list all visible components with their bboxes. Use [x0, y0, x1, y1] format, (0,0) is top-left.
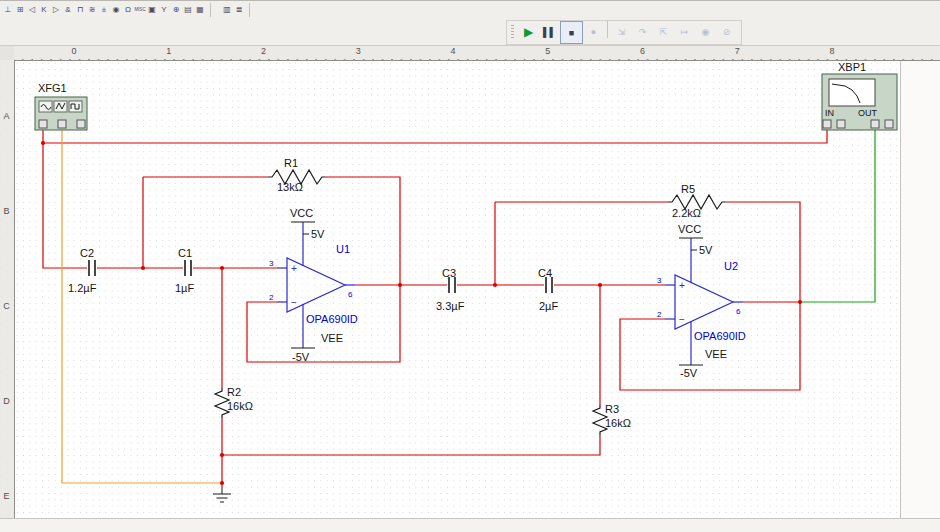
- toolbar-grip[interactable]: [511, 25, 514, 40]
- toolbar-icon-place-cmos[interactable]: ⊓: [74, 3, 86, 17]
- toolbar-icon-place-ni-component[interactable]: ▤: [182, 3, 194, 17]
- toolbar-icon-place-transistor[interactable]: K: [38, 3, 50, 17]
- toolbar-icon-place-mixed[interactable]: ±: [98, 3, 110, 17]
- place-toolbar-group2: ▥≣: [221, 3, 245, 17]
- sim-button-run-to-cursor[interactable]: ↦: [674, 21, 695, 42]
- toolbar-icon-place-bus[interactable]: ≣: [233, 3, 245, 17]
- toolbar-separator: [210, 3, 218, 17]
- ruler-number: 0: [68, 46, 80, 56]
- sim-button-pause[interactable]: ▌▌: [539, 21, 560, 42]
- ruler-letter: B: [0, 206, 13, 216]
- toolbar-edge: [249, 3, 254, 17]
- ruler-number: 5: [542, 46, 554, 56]
- toolbar-icon-place-indicator[interactable]: ◉: [110, 3, 122, 17]
- toolbar-icon-place-advanced-peripherals[interactable]: ▣: [146, 3, 158, 17]
- toolbar-icon-place-power[interactable]: Ω: [122, 3, 134, 17]
- simulation-toolbar: ▶▌▌■●⇲↷⇱↦◉⊘: [518, 21, 737, 44]
- bottom-scroll-strip[interactable]: [0, 518, 940, 532]
- ruler-letter: D: [0, 396, 13, 406]
- sim-button-record[interactable]: ●: [583, 21, 604, 42]
- vertical-ruler: ABCDE: [0, 60, 15, 518]
- toolbar-row-2: ▶▌▌■●⇲↷⇱↦◉⊘: [0, 18, 940, 46]
- schematic-canvas[interactable]: [14, 60, 901, 518]
- horizontal-ruler: 012345678: [14, 45, 940, 61]
- simulation-toolbar-container: ▶▌▌■●⇲↷⇱↦◉⊘: [506, 20, 742, 45]
- toolbar-icon-place-electromechanical[interactable]: ⊕: [170, 3, 182, 17]
- toolbar-icon-place-analog[interactable]: ▷: [50, 3, 62, 17]
- sim-button-breakpoint[interactable]: ◉: [695, 21, 716, 42]
- ruler-number: 1: [163, 46, 175, 56]
- toolbar-icon-place-hierarchical-block[interactable]: ▥: [221, 3, 233, 17]
- ruler-number: 3: [352, 46, 364, 56]
- sim-button-run[interactable]: ▶: [518, 21, 539, 42]
- ruler-number: 6: [637, 46, 649, 56]
- component-toolbar: ⊥⊞◁K▷&⊓≋±◉ΩMISC▣Y⊕▤▦ ▥≣: [0, 0, 940, 20]
- sim-button-step-out[interactable]: ⇱: [653, 21, 674, 42]
- sim-button-pause-at-breakpoint[interactable]: ⊘: [716, 21, 737, 42]
- ruler-number: 2: [258, 46, 270, 56]
- ruler-letter: A: [0, 111, 13, 121]
- toolbar-icon-place-misc-digital[interactable]: ≋: [86, 3, 98, 17]
- toolbar-icon-place-ttl[interactable]: &: [62, 3, 74, 17]
- toolbar-icon-place-mcu[interactable]: ▦: [194, 3, 206, 17]
- canvas-outside-area: [901, 60, 940, 518]
- ruler-letter: E: [0, 491, 13, 501]
- sim-button-step-into[interactable]: ⇲: [611, 21, 632, 42]
- multisim-window: XFG1 XBP1 IN OUT: [0, 0, 940, 532]
- toolbar-icon-place-rf[interactable]: Y: [158, 3, 170, 17]
- ruler-corner: [0, 45, 15, 61]
- place-toolbar-group1: ⊥⊞◁K▷&⊓≋±◉ΩMISC▣Y⊕▤▦: [2, 3, 206, 17]
- toolbar-icon-place-source[interactable]: ⊥: [2, 3, 14, 17]
- toolbar-separator: [607, 21, 608, 38]
- ruler-number: 4: [447, 46, 459, 56]
- sim-button-step-over[interactable]: ↷: [632, 21, 653, 42]
- toolbar-icon-place-diode[interactable]: ◁: [26, 3, 38, 17]
- toolbar-icon-place-basic[interactable]: ⊞: [14, 3, 26, 17]
- ruler-number: 7: [731, 46, 743, 56]
- ruler-letter: C: [0, 301, 13, 311]
- sim-button-stop[interactable]: ■: [560, 21, 583, 44]
- ruler-number: 8: [826, 46, 838, 56]
- toolbar-icon-place-misc[interactable]: MISC: [134, 3, 146, 17]
